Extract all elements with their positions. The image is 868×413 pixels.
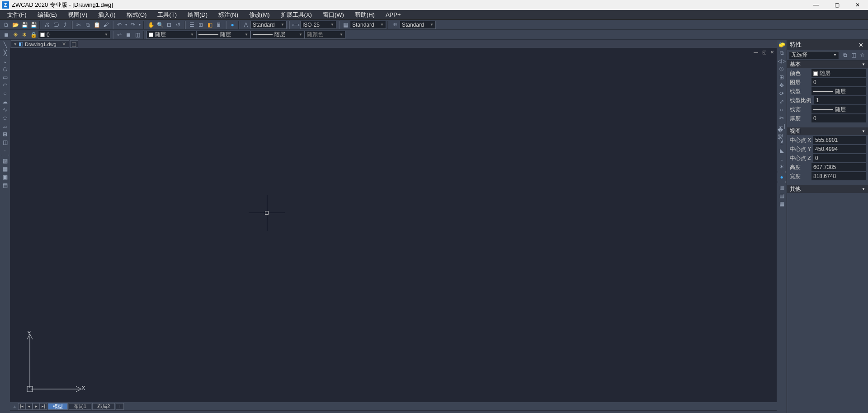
array-icon[interactable]: ⊞ (778, 73, 786, 81)
publish-icon[interactable]: ⤴ (61, 21, 69, 29)
menu-help[interactable]: 帮助(H) (349, 10, 380, 20)
fillet-icon[interactable]: ◟ (778, 155, 786, 162)
selectset2-icon[interactable]: ▤ (778, 192, 786, 199)
matchprop-icon[interactable]: 🖌 (102, 21, 110, 29)
block-icon[interactable]: ◫ (1, 138, 9, 146)
toolpal-icon[interactable]: ◧ (206, 21, 214, 29)
pan-icon[interactable]: ✋ (147, 21, 155, 29)
prop-lineweight-field[interactable]: 随层 (811, 105, 866, 113)
point-icon[interactable]: · (1, 146, 9, 154)
prop-cz-field[interactable]: 0 (813, 154, 866, 162)
redo-icon[interactable]: ↷ (129, 21, 137, 29)
layout-next-button[interactable]: ▸ (33, 403, 40, 410)
circle-icon[interactable]: ○ (1, 89, 9, 97)
open-icon[interactable]: 📂 (11, 21, 19, 29)
layout-add-button[interactable]: + (116, 403, 124, 410)
join-icon[interactable]: ⊻ (778, 138, 786, 146)
layerlock-icon[interactable]: 🔒 (29, 31, 38, 39)
plotstyle-dropdown[interactable]: 随颜色▼ (305, 31, 345, 39)
textstyle-dropdown[interactable]: Standard▼ (250, 21, 287, 29)
new-file-tab-button[interactable]: ◫ (70, 40, 78, 48)
spline-icon[interactable]: ∿ (1, 106, 9, 113)
stretch-icon[interactable]: ↔ (778, 106, 786, 113)
designcenter-icon[interactable]: ⊞ (197, 21, 205, 29)
polygon-icon[interactable]: ⬠ (1, 65, 9, 73)
scale-icon[interactable]: ⤢ (778, 98, 786, 105)
region-icon[interactable]: ▣ (1, 173, 9, 181)
hatch-icon[interactable]: ▨ (1, 157, 9, 164)
window-restore-button[interactable]: ▢ (826, 0, 847, 10)
toggle-pickadd-icon[interactable]: ☆ (859, 52, 866, 59)
dimstyle-icon[interactable]: ⟷ (292, 21, 300, 29)
draworder-icon[interactable]: ● (778, 173, 786, 181)
subwin-minimize-button[interactable]: — (753, 49, 759, 55)
mlstyle-icon[interactable]: ≋ (391, 21, 399, 29)
color-dropdown[interactable]: 随层▼ (146, 31, 196, 39)
file-tab-active[interactable]: ▾ ◧ Drawing1.dwg ✕ (11, 40, 69, 48)
subwin-restore-button[interactable]: ◱ (761, 49, 767, 55)
menu-tools[interactable]: 工具(T) (152, 10, 182, 20)
ellipse-icon[interactable]: ⬭ (1, 114, 9, 122)
calc-icon[interactable]: 🖩 (215, 21, 223, 29)
selectset3-icon[interactable]: ▦ (778, 200, 786, 207)
menu-app[interactable]: APP+ (380, 10, 406, 19)
offset-icon[interactable]: ⦾ (778, 65, 786, 73)
layout-first-button[interactable]: |◂ (18, 403, 25, 410)
pline-icon[interactable]: ⦦ (1, 57, 9, 65)
prop-layer-field[interactable]: 0 (811, 78, 866, 86)
insert-icon[interactable]: ⊞ (1, 130, 9, 138)
erase-icon[interactable]: 🧽 (778, 41, 786, 48)
line-icon[interactable]: ╲ (1, 41, 9, 48)
drawing-canvas[interactable]: — ◱ ✕ Y X (10, 48, 777, 402)
layeron-icon[interactable]: ☀ (11, 31, 19, 39)
section-other-header[interactable]: 其他▼ (787, 185, 868, 193)
select-objects-icon[interactable]: ◫ (850, 52, 857, 59)
paste-icon[interactable]: 📋 (93, 21, 101, 29)
close-icon[interactable]: ✕ (62, 41, 66, 47)
section-view-header[interactable]: 视图▼ (787, 127, 868, 136)
new-icon[interactable]: 🗋 (2, 21, 10, 29)
move-icon[interactable]: ✥ (778, 81, 786, 89)
prop-thickness-field[interactable]: 0 (811, 114, 866, 122)
layeriso-icon[interactable]: ◫ (133, 31, 142, 39)
window-minimize-button[interactable]: ― (806, 0, 826, 10)
break-icon[interactable]: �裂 (778, 130, 786, 138)
cloud-icon[interactable]: ● (228, 21, 236, 29)
zoomrt-icon[interactable]: 🔍 (156, 21, 164, 29)
prop-height-field[interactable]: 607.7385 (811, 163, 866, 171)
menu-draw[interactable]: 绘图(D) (182, 10, 213, 20)
menu-format[interactable]: 格式(O) (121, 10, 152, 20)
layout-tab-2[interactable]: 布局2 (92, 403, 115, 410)
layermgr-icon[interactable]: ≣ (2, 31, 10, 39)
properties-title-bar[interactable]: 特性 ✕ (787, 40, 868, 50)
cut-icon[interactable]: ✂ (75, 21, 83, 29)
gradient-icon[interactable]: ▦ (1, 165, 9, 173)
prop-cx-field[interactable]: 555.8901 (813, 136, 866, 144)
chevron-down-icon[interactable]: ▾ (14, 41, 17, 47)
selectset1-icon[interactable]: ▥ (778, 183, 786, 191)
copyobj-icon[interactable]: ⧉ (778, 49, 786, 56)
xline-icon[interactable]: ╳ (1, 49, 9, 56)
redo-drop-icon[interactable]: ▾ (138, 21, 142, 29)
rotate-icon[interactable]: ⟳ (778, 89, 786, 97)
preview-icon[interactable]: 🖵 (52, 21, 60, 29)
revcloud-icon[interactable]: ☁ (1, 98, 9, 105)
menu-modify[interactable]: 修改(M) (244, 10, 275, 20)
prop-linetype-field[interactable]: 随层 (811, 87, 866, 95)
quick-select-icon[interactable]: ⧉ (841, 52, 849, 59)
prop-ltscale-field[interactable]: 1 (814, 96, 866, 104)
textstyle-icon[interactable]: A (242, 21, 250, 29)
rectangle-icon[interactable]: ▭ (1, 73, 9, 81)
layerfreeze-icon[interactable]: ❄ (20, 31, 28, 39)
menu-insert[interactable]: 插入(I) (93, 10, 121, 20)
layout-tab-1[interactable]: 布局1 (69, 403, 91, 410)
layout-prev-button[interactable]: ◂ (25, 403, 33, 410)
layout-tab-model[interactable]: 模型 (48, 403, 68, 410)
properties-close-button[interactable]: ✕ (857, 42, 865, 48)
ellipsearc-icon[interactable]: ⌓ (1, 122, 9, 130)
properties-icon[interactable]: ☰ (188, 21, 196, 29)
prop-width-field[interactable]: 818.6748 (811, 172, 866, 180)
dimstyle-dropdown[interactable]: ISO-25▼ (300, 21, 336, 29)
arc-icon[interactable]: ◠ (1, 81, 9, 89)
zoomwin-icon[interactable]: ⊡ (165, 21, 173, 29)
